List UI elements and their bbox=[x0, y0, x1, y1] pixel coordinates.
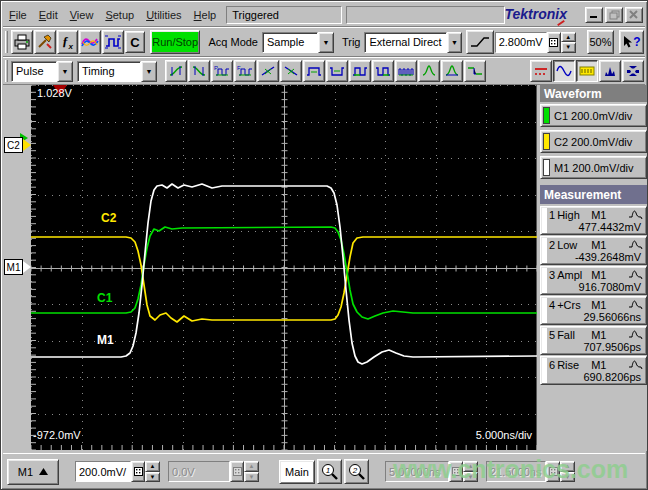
meas-neg-overshoot-button[interactable] bbox=[441, 60, 463, 82]
zoom-2-button[interactable]: 2 bbox=[344, 459, 369, 484]
waveform-button-c2[interactable]: C2 200.0mV/div bbox=[540, 130, 647, 153]
meas-period-button[interactable]: P bbox=[211, 60, 233, 82]
chevron-down-icon[interactable]: ▼ bbox=[57, 61, 73, 82]
pos-overshoot-icon bbox=[421, 65, 437, 77]
spin-up-icon[interactable]: ▲ bbox=[561, 32, 576, 43]
measurement-item-rise[interactable]: 6RiseM1 690.8206ps bbox=[540, 356, 647, 385]
toolbar-main: ƒx C Run/Stop Acq Mode Sample ▼ Trig Ext… bbox=[3, 28, 645, 57]
spin-up-icon[interactable]: ▲ bbox=[145, 461, 160, 472]
waveform-graticule[interactable]: 1.028V -972.0mV 5.000ns/div C2 C1 M1 bbox=[31, 85, 537, 450]
histogram-button[interactable] bbox=[599, 60, 621, 82]
meas-pos-width-button[interactable] bbox=[303, 60, 325, 82]
rising-slope-icon bbox=[469, 35, 491, 49]
vertical-source-button[interactable]: M1 bbox=[7, 459, 59, 485]
display-area: C2 M1 1.028V -972.0mV 5.000ns/div C2 C1 … bbox=[3, 85, 647, 451]
marker-arrow-icon bbox=[23, 261, 31, 273]
menu-help[interactable]: Help bbox=[188, 6, 223, 24]
autoset-button[interactable] bbox=[102, 30, 124, 54]
right-panel: Waveform C1 200.0mV/div C2 200.0mV/div M… bbox=[540, 85, 647, 451]
horizontal-mode-button[interactable]: Main bbox=[279, 460, 315, 484]
mask-test-icon bbox=[625, 65, 641, 77]
pos-duty-icon bbox=[352, 65, 368, 77]
period-icon: P bbox=[214, 65, 230, 77]
measurement-item-low[interactable]: 2LowM1 -439.2648mV bbox=[540, 236, 647, 265]
chevron-down-icon[interactable]: ▼ bbox=[447, 32, 463, 53]
meas-palette-select[interactable]: Timing ▼ bbox=[77, 61, 157, 82]
menu-utilities[interactable]: Utilities bbox=[140, 6, 187, 24]
frequency-icon: F bbox=[237, 65, 253, 77]
vertical-scale-spinner[interactable]: 200.0mV/ ▲▼ bbox=[75, 461, 160, 482]
c1-color-chip bbox=[543, 107, 550, 124]
meas-pos-crossing-button[interactable] bbox=[257, 60, 279, 82]
meas-pos-duty-button[interactable] bbox=[349, 60, 371, 82]
close-button[interactable] bbox=[625, 7, 643, 23]
histogram-icon bbox=[602, 65, 618, 77]
minimize-button[interactable] bbox=[585, 7, 603, 23]
waveform-display-icon bbox=[556, 65, 572, 77]
spin-up-icon: ▲ bbox=[560, 461, 575, 472]
measurement-item-ampl[interactable]: 3AmplM1 916.7080mV bbox=[540, 266, 647, 295]
keypad-icon[interactable] bbox=[131, 461, 145, 482]
minimize-icon bbox=[589, 10, 599, 19]
waveform-button-c1[interactable]: C1 200.0mV/div bbox=[540, 104, 647, 127]
toolbar-measurement: Pulse ▼ Timing ▼ P F bbox=[3, 58, 645, 85]
m1-color-chip bbox=[543, 159, 550, 176]
cursors-icon bbox=[533, 65, 549, 77]
channel-marker-M1[interactable]: M1 bbox=[4, 257, 31, 277]
meas-category-select[interactable]: Pulse ▼ bbox=[11, 61, 73, 82]
toolbar-grip[interactable] bbox=[5, 60, 8, 82]
meas-rise-time-button[interactable] bbox=[165, 60, 187, 82]
restore-button[interactable] bbox=[605, 7, 623, 23]
trig-slope-button[interactable] bbox=[466, 30, 493, 54]
meas-frequency-button[interactable]: F bbox=[234, 60, 256, 82]
define-math-button[interactable]: ƒx bbox=[57, 30, 79, 54]
spin-down-icon[interactable]: ▼ bbox=[145, 472, 160, 483]
cursors-button[interactable] bbox=[530, 60, 552, 82]
menu-setup[interactable]: Setup bbox=[99, 6, 140, 24]
acq-mode-select[interactable]: Sample ▼ bbox=[262, 32, 334, 53]
spin-down-icon[interactable]: ▼ bbox=[561, 42, 576, 53]
spin-up-icon: ▲ bbox=[244, 461, 259, 472]
menu-view[interactable]: View bbox=[64, 6, 100, 24]
waveform-style-button[interactable] bbox=[79, 30, 101, 54]
waveform-display-button[interactable] bbox=[553, 60, 575, 82]
tools-button[interactable] bbox=[34, 30, 56, 54]
meas-high-low-button[interactable] bbox=[464, 60, 486, 82]
rise-time-icon bbox=[168, 65, 184, 77]
neg-width-icon bbox=[329, 65, 345, 77]
context-help-button[interactable]: ? bbox=[619, 30, 644, 54]
chevron-down-icon[interactable]: ▼ bbox=[141, 61, 157, 82]
zoom-1-button[interactable]: 1 bbox=[317, 459, 342, 484]
measurement-item-pos-cross[interactable]: 4+CrsM1 29.56066ns bbox=[540, 296, 647, 325]
set-50-button[interactable]: 50% bbox=[587, 30, 614, 54]
trig-level-spinner[interactable]: 2.800mV ▲▼ bbox=[495, 32, 576, 53]
meas-neg-duty-button[interactable] bbox=[372, 60, 394, 82]
trig-label: Trig bbox=[342, 36, 361, 48]
neg-crossing-icon bbox=[283, 65, 299, 77]
meas-burst-width-button[interactable] bbox=[395, 60, 417, 82]
trig-source-select[interactable]: External Direct ▼ bbox=[364, 32, 462, 53]
run-stop-button[interactable]: Run/Stop bbox=[150, 30, 201, 54]
clear-button[interactable]: C bbox=[125, 31, 145, 53]
svg-text:1: 1 bbox=[325, 466, 329, 475]
mask-test-button[interactable] bbox=[622, 60, 644, 82]
pulse-shape-icon bbox=[628, 268, 643, 281]
measurement-item-fall[interactable]: 5FallM1 707.9506ps bbox=[540, 326, 647, 355]
burst-width-icon bbox=[398, 65, 414, 77]
readouts-button[interactable] bbox=[576, 60, 598, 82]
meas-fall-time-button[interactable] bbox=[188, 60, 210, 82]
menu-file[interactable]: File bbox=[3, 6, 33, 24]
measurement-item-high[interactable]: 1HighM1 477.4432mV bbox=[540, 206, 647, 235]
meas-neg-crossing-button[interactable] bbox=[280, 60, 302, 82]
meas-pos-overshoot-button[interactable] bbox=[418, 60, 440, 82]
waveform-button-m1[interactable]: M1 200.0mV/div bbox=[540, 156, 647, 179]
measurement-panel-header: Measurement bbox=[540, 185, 647, 204]
chevron-down-icon[interactable]: ▼ bbox=[318, 32, 334, 53]
print-button[interactable] bbox=[11, 30, 33, 54]
toolbar-grip[interactable] bbox=[5, 31, 8, 53]
menu-edit[interactable]: Edit bbox=[33, 6, 64, 24]
pulse-shape-icon bbox=[628, 298, 643, 311]
meas-neg-width-button[interactable] bbox=[326, 60, 348, 82]
channel-marker-C2[interactable]: C2 bbox=[4, 135, 31, 155]
keypad-icon[interactable] bbox=[547, 32, 561, 53]
